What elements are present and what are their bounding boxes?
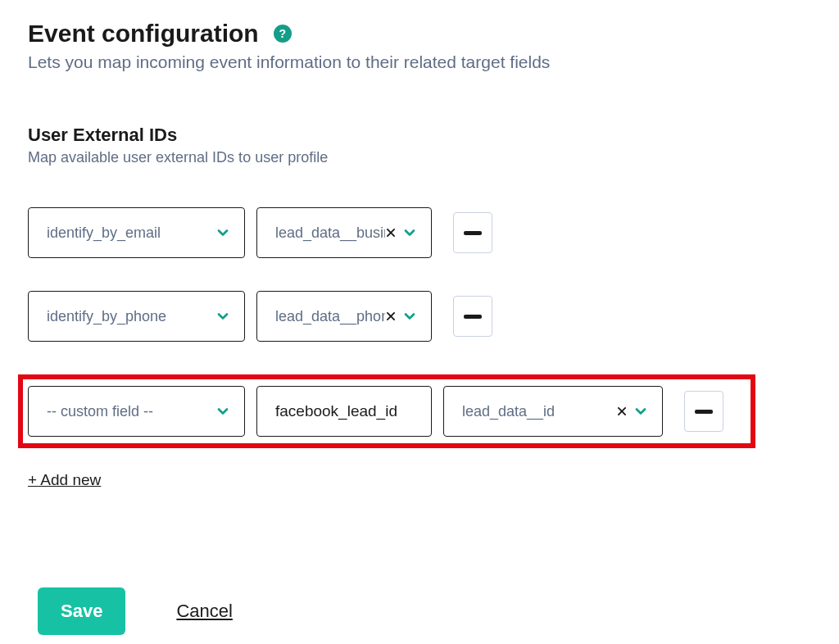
cancel-link[interactable]: Cancel — [176, 601, 232, 622]
value-select-value: lead_data__phone_number — [275, 308, 385, 325]
chevron-down-icon — [633, 403, 649, 420]
section-title: User External IDs — [28, 125, 811, 146]
minus-icon — [695, 410, 713, 414]
chevron-down-icon — [215, 224, 231, 241]
mapping-row: identify_by_email lead_data__business_em… — [28, 207, 811, 258]
custom-field-name-value: facebook_lead_id — [275, 402, 397, 420]
field-select-value: identify_by_phone — [47, 308, 215, 325]
field-select-value: -- custom field -- — [47, 403, 215, 420]
page-subtitle: Lets you map incoming event information … — [28, 52, 811, 72]
minus-icon — [464, 231, 482, 235]
clear-icon[interactable] — [385, 227, 397, 238]
add-new-link[interactable]: + Add new — [28, 471, 101, 489]
value-select-value: lead_data__business_email — [275, 224, 385, 242]
remove-row-button[interactable] — [453, 296, 492, 337]
remove-row-button[interactable] — [684, 391, 723, 432]
minus-icon — [464, 315, 482, 319]
field-select[interactable]: identify_by_email — [28, 207, 245, 258]
value-select[interactable]: lead_data__phone_number — [256, 291, 432, 342]
remove-row-button[interactable] — [453, 212, 492, 253]
chevron-down-icon — [215, 308, 231, 324]
page-title: Event configuration — [28, 20, 259, 48]
value-select-value: lead_data__id — [462, 403, 616, 420]
mapping-row: identify_by_phone lead_data__phone_numbe… — [28, 291, 811, 342]
chevron-down-icon — [215, 403, 231, 420]
field-select[interactable]: -- custom field -- — [28, 386, 245, 437]
section-subtitle: Map available user external IDs to user … — [28, 149, 811, 166]
chevron-down-icon — [401, 308, 418, 324]
mapping-row-highlighted: -- custom field -- facebook_lead_id lead… — [18, 374, 755, 448]
clear-icon[interactable] — [385, 311, 397, 322]
save-button[interactable]: Save — [38, 587, 125, 635]
chevron-down-icon — [401, 224, 418, 241]
custom-field-name-input[interactable]: facebook_lead_id — [256, 386, 432, 437]
clear-icon[interactable] — [616, 406, 628, 417]
value-select[interactable]: lead_data__business_email — [256, 207, 432, 258]
help-icon[interactable]: ? — [274, 25, 292, 43]
value-select[interactable]: lead_data__id — [443, 386, 663, 437]
field-select[interactable]: identify_by_phone — [28, 291, 245, 342]
field-select-value: identify_by_email — [47, 224, 215, 242]
